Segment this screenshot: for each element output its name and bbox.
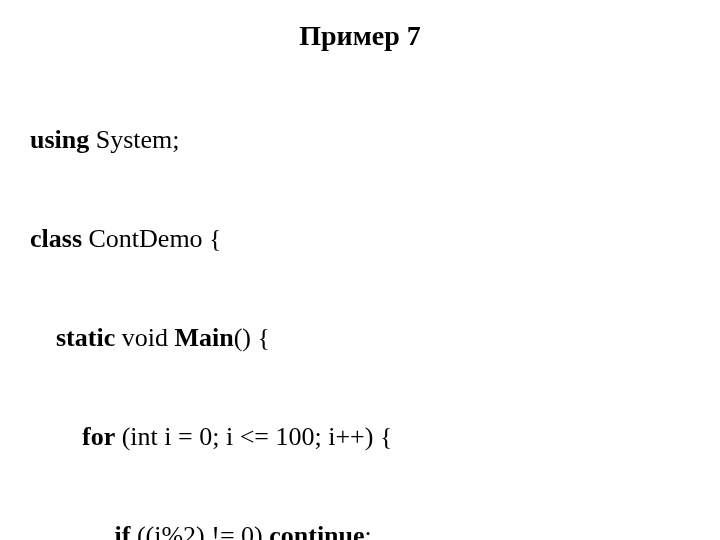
keyword-main: Main — [174, 323, 233, 352]
code-line: for (int i = 0; i <= 100; i++) { — [30, 412, 690, 461]
indent — [30, 323, 56, 352]
slide-title: Пример 7 — [30, 20, 690, 52]
code-text: ; — [365, 521, 372, 540]
code-text: System; — [89, 125, 179, 154]
code-text: (int i = 0; i <= 100; i++) { — [115, 422, 392, 451]
indent — [30, 521, 115, 540]
keyword-for: for — [82, 422, 115, 451]
code-text: ((i%2) != 0) — [130, 521, 269, 540]
indent — [30, 422, 82, 451]
code-line: if ((i%2) != 0) continue; — [30, 511, 690, 540]
keyword-static: static — [56, 323, 115, 352]
code-line: class ContDemo { — [30, 214, 690, 263]
code-line: static void Main() { — [30, 313, 690, 362]
keyword-continue: continue — [269, 521, 364, 540]
keyword-if: if — [115, 521, 131, 540]
keyword-class: class — [30, 224, 82, 253]
code-block: using System; class ContDemo { static vo… — [30, 66, 690, 540]
code-text: void — [115, 323, 174, 352]
slide: Пример 7 using System; class ContDemo { … — [0, 0, 720, 540]
code-text: () { — [234, 323, 270, 352]
keyword-using: using — [30, 125, 89, 154]
code-text: ContDemo { — [82, 224, 222, 253]
code-line: using System; — [30, 115, 690, 164]
